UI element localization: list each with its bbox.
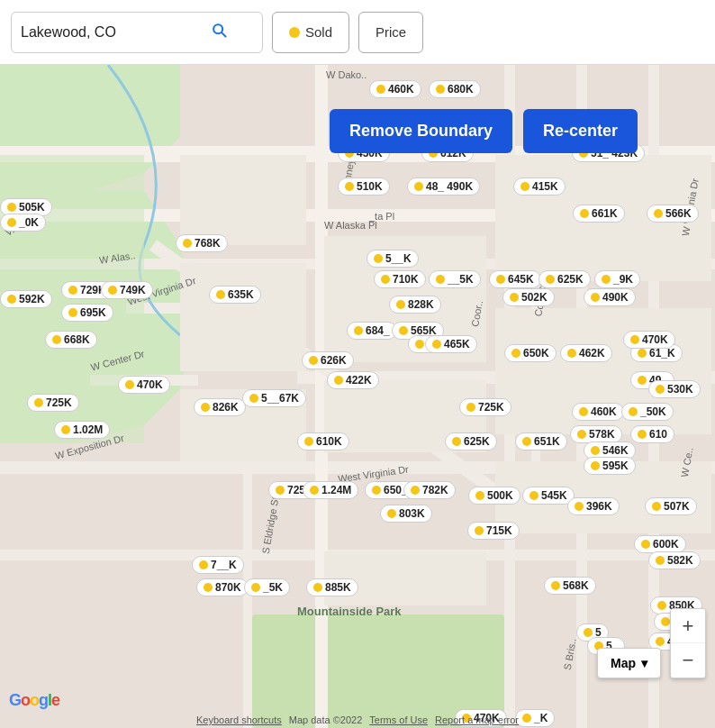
report-map-error-link[interactable]: Report a map error — [435, 714, 519, 725]
price-marker[interactable]: 626K — [302, 351, 354, 369]
price-marker[interactable]: 645K — [489, 270, 541, 288]
price-marker[interactable]: 725K — [27, 394, 79, 412]
price-label: 595K — [602, 460, 629, 472]
price-marker[interactable]: 530K — [648, 380, 701, 398]
price-marker[interactable]: 803K — [380, 505, 432, 523]
price-marker[interactable]: 566K — [647, 205, 699, 223]
price-marker[interactable]: 592K — [0, 290, 52, 308]
price-marker[interactable]: 500K — [468, 487, 520, 505]
price-marker[interactable]: 460K — [572, 403, 624, 421]
price-label: 5__67K — [261, 392, 299, 405]
price-marker[interactable]: 7__K — [192, 556, 244, 574]
map-area[interactable]: W Dako.. Virginia Dr W Alaska Pl West Vi… — [0, 65, 715, 728]
price-label: 828K — [408, 298, 434, 311]
price-marker[interactable]: 828K — [389, 296, 441, 314]
price-marker[interactable]: 651K — [515, 432, 567, 450]
zoom-in-button[interactable]: + — [671, 609, 705, 643]
price-dot — [399, 326, 408, 335]
map-footer: Keyboard shortcuts Map data ©2022 Terms … — [0, 714, 715, 725]
price-marker[interactable]: 768K — [176, 234, 228, 252]
price-marker[interactable]: 749K — [101, 281, 153, 299]
price-dot — [309, 356, 318, 365]
price-marker[interactable]: _5K — [244, 578, 290, 596]
price-marker[interactable]: 725K — [459, 398, 511, 416]
price-marker[interactable]: 595K — [584, 457, 636, 475]
price-label: 465K — [444, 338, 470, 350]
price-marker[interactable]: 710K — [374, 270, 426, 288]
price-marker[interactable]: _9K — [594, 270, 640, 288]
price-marker[interactable]: 470K — [118, 376, 170, 394]
price-label: 7__K — [211, 559, 237, 571]
price-marker[interactable]: 5__67K — [242, 389, 306, 407]
price-marker[interactable]: 470K — [623, 331, 675, 349]
price-marker[interactable]: 826K — [194, 398, 246, 416]
price-marker[interactable]: 545K — [522, 487, 575, 505]
price-label: 545K — [541, 489, 567, 502]
price-marker[interactable]: 465K — [425, 335, 477, 353]
recenter-button[interactable]: Re-center — [523, 109, 638, 153]
price-dot — [656, 385, 665, 394]
svg-rect-14 — [243, 425, 252, 728]
price-label: 610 — [649, 428, 667, 441]
price-marker[interactable]: 885K — [306, 578, 358, 596]
price-marker[interactable]: 625K — [445, 432, 497, 450]
search-input[interactable] — [21, 24, 210, 41]
price-marker[interactable]: 422K — [327, 371, 379, 389]
price-marker[interactable]: 715K — [467, 522, 520, 540]
price-label: 725K — [46, 396, 72, 409]
price-marker[interactable]: 635K — [209, 286, 261, 304]
price-marker[interactable]: 396K — [567, 497, 620, 515]
price-marker[interactable]: 661K — [573, 205, 625, 223]
price-marker[interactable]: 48_ 490K — [407, 177, 480, 196]
price-marker[interactable]: 610 — [630, 425, 674, 443]
sold-filter-button[interactable]: Sold — [272, 12, 349, 53]
price-dot — [436, 85, 445, 94]
remove-boundary-button[interactable]: Remove Boundary — [330, 109, 512, 153]
terms-of-use-link[interactable]: Terms of Use — [369, 714, 428, 725]
price-marker[interactable]: _50K — [621, 403, 674, 421]
price-marker[interactable]: 610K — [297, 432, 349, 450]
price-dot — [251, 583, 260, 592]
price-dot — [584, 628, 593, 637]
price-marker[interactable]: __5K — [429, 270, 481, 288]
price-dot — [276, 486, 285, 495]
price-marker[interactable]: 502K — [502, 288, 555, 306]
price-marker[interactable]: 680K — [429, 80, 481, 98]
zoom-out-button[interactable]: − — [671, 643, 705, 678]
price-marker[interactable]: 695K — [61, 304, 113, 322]
price-marker[interactable]: 578K — [570, 425, 622, 443]
price-marker[interactable]: 490K — [584, 288, 636, 306]
price-dot — [199, 560, 208, 569]
price-marker[interactable]: 650K — [504, 344, 557, 362]
price-marker[interactable]: 5__K — [367, 250, 419, 268]
price-filter-button[interactable]: Price — [358, 12, 423, 53]
price-dot — [638, 376, 647, 385]
keyboard-shortcuts-link[interactable]: Keyboard shortcuts — [196, 714, 282, 725]
price-marker[interactable]: 462K — [560, 344, 612, 362]
price-dot — [125, 380, 134, 389]
price-dot — [436, 275, 445, 284]
price-marker[interactable]: 870K — [196, 578, 249, 596]
price-dot — [629, 407, 638, 416]
price-marker[interactable]: 1.24M — [303, 481, 358, 499]
price-marker[interactable]: 684_ — [347, 322, 397, 340]
price-marker[interactable]: 582K — [648, 551, 701, 569]
price-marker[interactable]: 668K — [45, 331, 97, 349]
price-marker[interactable]: 510K — [338, 177, 390, 196]
price-marker[interactable]: 507K — [645, 497, 697, 515]
price-marker[interactable]: 1.02M — [54, 421, 110, 439]
search-button[interactable] — [210, 21, 228, 43]
price-label: 803K — [399, 507, 425, 520]
price-marker[interactable]: 782K — [403, 481, 456, 499]
sold-label: Sold — [305, 24, 332, 40]
price-marker[interactable]: 600K — [634, 535, 686, 553]
map-type-button[interactable]: Map ▾ — [597, 648, 661, 678]
price-marker[interactable]: 625K — [539, 270, 591, 288]
price-marker[interactable]: 568K — [544, 577, 596, 595]
price-marker[interactable]: 460K — [369, 80, 421, 98]
price-marker[interactable]: 415K — [513, 177, 566, 196]
price-label: 470K — [642, 333, 668, 346]
price-label: _50K — [640, 405, 666, 418]
price-label: 826K — [213, 401, 239, 414]
price-marker[interactable]: _0K — [0, 214, 46, 232]
